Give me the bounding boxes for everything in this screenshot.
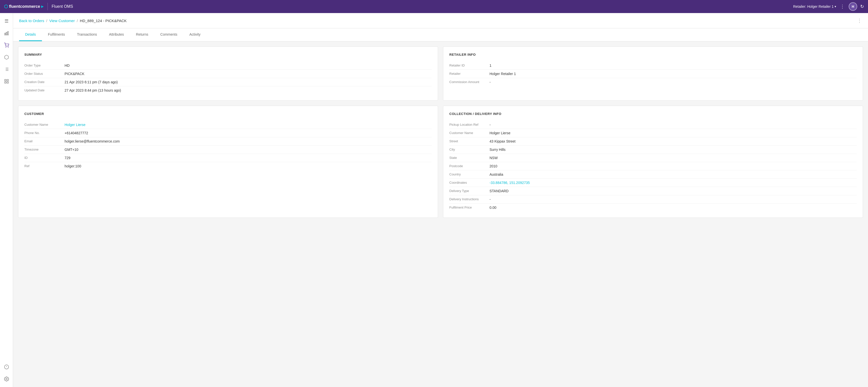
- coordinates-row: Coordinates -33.884786, 151.2092735: [449, 179, 857, 187]
- postcode-label: Postcode: [449, 164, 490, 168]
- svg-point-4: [8, 47, 8, 47]
- summary-order-status-row: Order Status PICK&PACK: [24, 70, 432, 78]
- delivery-info-title: COLLECTION / DELIVERY INFO: [449, 112, 857, 116]
- customer-id-label: ID: [24, 156, 65, 160]
- sidebar-item-orders[interactable]: [1, 40, 11, 50]
- country-value: Australia: [490, 172, 503, 176]
- coordinates-label: Coordinates: [449, 181, 490, 185]
- retailer-selector[interactable]: Retailer: Holger Retailer 1 ▾: [793, 4, 836, 8]
- breadcrumb-sep-2: /: [77, 19, 78, 23]
- email-row: Email holger.lierse@fluentcommerce.com: [24, 137, 432, 146]
- retailer-name-value: Holger Retailer 1: [490, 72, 516, 76]
- sidebar-item-insights[interactable]: [1, 362, 11, 372]
- delivery-customer-name-value: Holger Lierse: [490, 131, 510, 135]
- nav-divider: [48, 3, 48, 10]
- svg-rect-14: [7, 82, 8, 83]
- svg-point-3: [5, 47, 6, 47]
- nav-left: ⬡ fluentcommerce ▶ Fluent OMS: [4, 3, 73, 10]
- commission-row: Commission Amount -: [449, 78, 857, 86]
- customer-card: CUSTOMER Customer Name Holger Lierse Pho…: [18, 106, 438, 218]
- customer-name-label: Customer Name: [24, 123, 65, 127]
- breadcrumb-current: HD_889_124 - PICK&PACK: [80, 19, 127, 23]
- delivery-instructions-value: -: [490, 197, 491, 201]
- street-label: Street: [449, 139, 490, 143]
- fulfilment-price-value: 0.00: [490, 205, 496, 209]
- updated-date-value: 27 Apr 2023 8:44 pm (13 hours ago): [65, 88, 121, 92]
- view-customer-link[interactable]: View Customer: [49, 19, 74, 23]
- order-type-value: HD: [65, 64, 69, 67]
- city-row: City Surry Hills: [449, 146, 857, 154]
- coordinates-value: -33.884786, 151.2092735: [490, 181, 530, 185]
- pickup-ref-label: Pickup Location Ref: [449, 123, 490, 127]
- timezone-value: GMT+10: [65, 148, 79, 152]
- updated-date-label: Updated Date: [24, 88, 65, 92]
- logo-arrow: ▶: [41, 5, 43, 8]
- delivery-type-value: STANDARD: [490, 189, 508, 193]
- page-more-options-button[interactable]: ⋮: [857, 18, 862, 24]
- retailer-name-row: Retailer Holger Retailer 1: [449, 70, 857, 78]
- order-status-label: Order Status: [24, 72, 65, 76]
- phone-value: +61404827772: [65, 131, 88, 135]
- fulfilment-price-row: Fulfilment Price 0.00: [449, 203, 857, 212]
- sidebar-item-settings[interactable]: [1, 374, 11, 384]
- svg-rect-12: [7, 79, 8, 81]
- country-label: Country: [449, 172, 490, 176]
- chevron-down-icon: ▾: [835, 5, 836, 8]
- postcode-row: Postcode 2010: [449, 162, 857, 170]
- sidebar-item-analytics[interactable]: [1, 28, 11, 38]
- top-navigation: ⬡ fluentcommerce ▶ Fluent OMS Retailer: …: [0, 0, 868, 13]
- commission-value: -: [490, 80, 491, 84]
- app-name: Fluent OMS: [52, 4, 73, 9]
- customer-name-link[interactable]: Holger Lierse: [65, 123, 85, 127]
- postcode-value: 2010: [490, 164, 497, 168]
- tab-comments[interactable]: Comments: [154, 28, 183, 41]
- logo-icon: ⬡: [4, 4, 8, 9]
- retailer-id-value: 1: [490, 64, 492, 67]
- fulfilment-price-label: Fulfilment Price: [449, 205, 490, 209]
- retailer-id-label: Retailer ID: [449, 64, 490, 67]
- delivery-instructions-row: Delivery Instructions -: [449, 195, 857, 203]
- sidebar-item-list[interactable]: [1, 64, 11, 74]
- tab-fulfilments[interactable]: Fulfilments: [42, 28, 71, 41]
- summary-order-type-row: Order Type HD: [24, 62, 432, 70]
- tab-transactions[interactable]: Transactions: [71, 28, 103, 41]
- back-to-orders-link[interactable]: Back to Orders: [19, 19, 44, 23]
- main-content: Back to Orders / View Customer / HD_889_…: [13, 13, 868, 387]
- tab-returns[interactable]: Returns: [130, 28, 154, 41]
- delivery-type-label: Delivery Type: [449, 189, 490, 193]
- tab-attributes[interactable]: Attributes: [103, 28, 130, 41]
- state-row: State NSW: [449, 154, 857, 162]
- city-value: Surry Hills: [490, 148, 505, 152]
- svg-point-18: [6, 379, 7, 380]
- pickup-ref-value: -: [490, 123, 491, 127]
- sidebar-item-dashboard[interactable]: [1, 76, 11, 86]
- pickup-ref-row: Pickup Location Ref -: [449, 121, 857, 129]
- customer-title: CUSTOMER: [24, 112, 432, 116]
- state-label: State: [449, 156, 490, 160]
- creation-date-value: 21 Apr 2023 6:11 pm (7 days ago): [65, 80, 118, 84]
- logo-text: fluentcommerce: [9, 4, 40, 9]
- customer-ref-value: holger:100: [65, 164, 81, 168]
- content-grid: SUMMARY Order Type HD Order Status PICK&…: [13, 41, 868, 223]
- state-value: NSW: [490, 156, 498, 160]
- sidebar-item-menu[interactable]: ☰: [1, 16, 11, 26]
- svg-rect-2: [7, 31, 8, 35]
- main-layout: ☰ Back to Orders / View C: [0, 13, 868, 387]
- avatar[interactable]: H: [849, 2, 857, 11]
- nav-right: Retailer: Holger Retailer 1 ▾ ⋮ H ↻: [793, 2, 864, 11]
- tab-details[interactable]: Details: [19, 28, 42, 41]
- sidebar: ☰: [0, 13, 13, 387]
- tab-activity[interactable]: Activity: [183, 28, 207, 41]
- sidebar-item-inventory[interactable]: [1, 52, 11, 62]
- creation-date-label: Creation Date: [24, 80, 65, 84]
- email-label: Email: [24, 139, 65, 143]
- more-options-button[interactable]: ⋮: [839, 3, 846, 10]
- timezone-row: Timezone GMT+10: [24, 146, 432, 154]
- customer-id-row: ID 729: [24, 154, 432, 162]
- svg-rect-11: [4, 79, 6, 81]
- delivery-customer-name-row: Customer Name Holger Lierse: [449, 129, 857, 137]
- country-row: Country Australia: [449, 170, 857, 179]
- svg-rect-1: [6, 32, 7, 35]
- summary-card: SUMMARY Order Type HD Order Status PICK&…: [18, 46, 438, 101]
- refresh-button[interactable]: ↻: [860, 4, 864, 9]
